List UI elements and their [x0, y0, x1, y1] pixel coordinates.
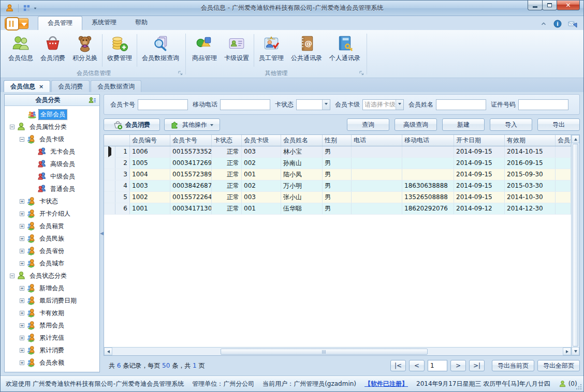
ribbon-button[interactable]: 商品管理 — [188, 33, 221, 68]
export-button[interactable]: 导出 — [537, 118, 580, 131]
first-page-button[interactable]: |< — [390, 360, 406, 371]
tree-item[interactable]: +卡有效期 — [5, 307, 99, 319]
table-row[interactable]: 610010003417130正常001伍华聪男186202920762014-… — [104, 203, 571, 215]
ribbon-button[interactable]: 个人通讯录 — [326, 33, 364, 68]
prev-page-button[interactable]: < — [409, 360, 425, 371]
member-consume-button[interactable]: 会员消费 — [104, 118, 160, 131]
grid-column-header[interactable]: 会员卡号 — [170, 135, 212, 146]
horizontal-scroll-thumb[interactable] — [221, 349, 428, 355]
tree-item[interactable]: +会员城市 — [5, 257, 99, 269]
vertical-scroll-thumb[interactable] — [573, 144, 578, 346]
quick-access-dropdown-icon[interactable] — [34, 8, 37, 11]
tree-expander-icon[interactable]: + — [20, 236, 24, 241]
scroll-down-arrow[interactable] — [572, 347, 579, 355]
info-icon[interactable]: i — [553, 20, 562, 28]
combo-arrow-button[interactable] — [322, 100, 330, 110]
table-row[interactable]: 510020015572264正常003张小山男135265088882014-… — [104, 192, 571, 203]
grid-column-header[interactable]: 有效期 — [505, 135, 556, 146]
tree-item[interactable]: +会员民族 — [5, 232, 99, 245]
tree-item[interactable]: +会员余额 — [5, 356, 99, 369]
filter-input[interactable] — [138, 99, 188, 110]
tree-item[interactable]: −会员卡级 — [5, 133, 99, 145]
software-registered-link[interactable]: 【软件已注册】 — [364, 380, 408, 388]
filter-combo[interactable] — [296, 99, 330, 110]
grid-column-header[interactable]: 性别 — [323, 135, 352, 146]
horizontal-scrollbar[interactable] — [104, 347, 571, 355]
scroll-up-arrow[interactable] — [572, 135, 579, 143]
table-row[interactable]: 310040015572389正常001陆小凤男2014-09-152015-0… — [104, 169, 571, 180]
filter-combo[interactable]: 请选择卡级 — [362, 99, 404, 110]
splitter-collapse-icon[interactable]: ◀ — [100, 231, 104, 236]
dialog-launcher-icon[interactable] — [178, 70, 183, 76]
ribbon-tab[interactable]: 会员管理 — [38, 16, 82, 30]
tree-item[interactable]: 无卡会员 — [5, 145, 99, 158]
tree-expander-icon[interactable]: + — [20, 311, 24, 315]
last-page-button[interactable]: >| — [469, 360, 485, 371]
ribbon-tab[interactable]: 系统管理 — [82, 16, 126, 30]
vertical-scrollbar[interactable] — [571, 135, 579, 355]
ribbon-button[interactable]: 卡级设置 — [221, 33, 253, 68]
table-row[interactable]: 410030003842687正常002万小明男186306388882014-… — [104, 180, 571, 192]
tree-item[interactable]: 全部会员 — [5, 108, 99, 120]
tree-item[interactable]: +禁用会员 — [5, 319, 99, 331]
other-operations-button[interactable]: 其他操作 — [164, 118, 220, 131]
table-row[interactable]: 110060015573352正常003林小宝男2014-09-152014-1… — [104, 146, 571, 158]
advanced-query-button[interactable]: 高级查询 — [395, 118, 437, 131]
document-tab[interactable]: 会员信息× — [4, 80, 50, 92]
table-row[interactable]: 210050003417269正常002孙南山男2014-09-152016-0… — [104, 158, 571, 169]
tree-expander-icon[interactable]: + — [20, 336, 24, 340]
tree-expander-icon[interactable]: + — [20, 286, 24, 291]
tree-expander-icon[interactable]: + — [20, 212, 24, 216]
close-button[interactable]: ✕ — [557, 1, 580, 10]
ribbon-button[interactable]: 员工管理 — [255, 33, 287, 68]
maximize-button[interactable] — [542, 1, 557, 10]
grid-column-header[interactable]: 会员编号 — [130, 135, 170, 146]
tree-expander-icon[interactable]: − — [10, 125, 14, 129]
query-button[interactable]: 查询 — [347, 118, 389, 131]
application-menu-button[interactable] — [5, 18, 28, 29]
page-number-input[interactable] — [428, 360, 447, 371]
scroll-right-arrow[interactable] — [563, 348, 571, 355]
ribbon-button[interactable]: 积分兑换 — [69, 33, 101, 68]
grid-column-header[interactable]: 电话 — [352, 135, 402, 146]
grid-column-header[interactable]: 会员姓名 — [281, 135, 323, 146]
tree-item[interactable]: +会员省份 — [5, 245, 99, 257]
grid-column-header[interactable]: 会员余额 — [556, 135, 571, 146]
minimize-button[interactable] — [528, 1, 543, 10]
ribbon-button[interactable]: 收费管理 — [104, 33, 136, 68]
ribbon-button[interactable]: @公共通讯录 — [287, 33, 326, 68]
tree-expander-icon[interactable]: + — [20, 360, 24, 365]
resize-grip[interactable] — [576, 384, 582, 390]
document-tab[interactable]: 会员数据查询 — [91, 80, 141, 92]
tree-item[interactable]: +最后消费日期 — [5, 294, 99, 307]
ribbon-button[interactable]: 会员信息 — [5, 33, 37, 68]
export-all-pages-button[interactable]: 导出全部页 — [537, 360, 580, 371]
feedback-mail-icon[interactable] — [568, 20, 577, 28]
tree-expander-icon[interactable]: + — [20, 199, 24, 204]
grid-column-header[interactable]: 会员卡级 — [242, 135, 281, 146]
tree-item[interactable]: +新增会员 — [5, 282, 99, 294]
tab-close-icon[interactable]: × — [39, 84, 43, 89]
tree-item[interactable]: 中级会员 — [5, 170, 99, 183]
grid-column-header[interactable]: 卡状态 — [212, 135, 242, 146]
ribbon-button[interactable]: 会员数据查询 — [138, 33, 183, 68]
tree-expander-icon[interactable]: − — [20, 137, 24, 142]
tree-expander-icon[interactable]: + — [20, 348, 24, 353]
tree-item[interactable]: +会员籍贯 — [5, 220, 99, 232]
tree-item[interactable]: −会员状态分类 — [5, 269, 99, 282]
tree-item[interactable]: +卡状态 — [5, 195, 99, 207]
grid-column-header[interactable]: 移动电话 — [402, 135, 454, 146]
filter-input[interactable] — [518, 99, 568, 110]
filter-input[interactable] — [436, 99, 486, 110]
tree-item[interactable]: 高级会员 — [5, 158, 99, 170]
tree-expander-icon[interactable]: − — [10, 274, 14, 278]
combo-arrow-button[interactable] — [396, 100, 403, 110]
next-page-button[interactable]: > — [450, 360, 466, 371]
document-tab[interactable]: 会员消费 — [51, 80, 90, 92]
tree-expander-icon[interactable]: + — [20, 249, 24, 253]
tree-expander-icon[interactable]: + — [20, 224, 24, 229]
tree-item[interactable]: +累计消费 — [5, 344, 99, 356]
tree-expander-icon[interactable]: + — [20, 323, 24, 328]
filter-input[interactable] — [220, 99, 270, 110]
ribbon-button[interactable]: 会员消费 — [37, 33, 69, 68]
